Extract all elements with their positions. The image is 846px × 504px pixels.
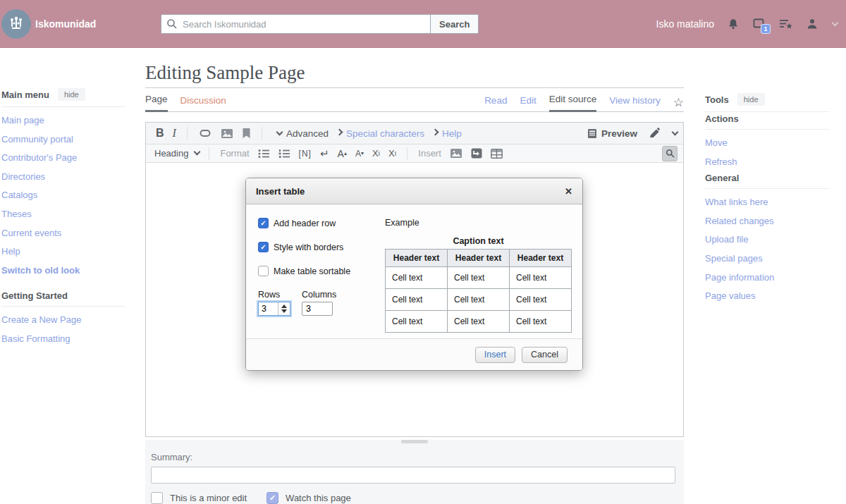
sidebar-item-current-events[interactable]: Current events (1, 224, 125, 243)
resize-handle[interactable] (401, 440, 428, 443)
sidebar-item-contributors-page[interactable]: Contributor's Page (1, 149, 125, 168)
style-with-borders-checkbox[interactable]: ✓ Style with borders (258, 242, 381, 252)
style-with-borders-label: Style with borders (274, 242, 343, 252)
big-text-icon[interactable]: A▴ (333, 145, 351, 162)
superscript-icon[interactable]: XI (368, 145, 384, 162)
make-table-sortable-checkbox[interactable]: Make table sortable (258, 266, 381, 276)
editor-toolbar-secondary: Heading Format [N] (146, 145, 683, 163)
add-header-row-checkbox[interactable]: ✓ Add header row (258, 218, 381, 228)
special-characters-section-toggle[interactable]: Special characters (336, 128, 424, 139)
tools-item-special-pages[interactable]: Special pages (705, 250, 829, 269)
reference-bookmark-icon[interactable] (238, 123, 255, 144)
pencil-switch-editor-icon[interactable] (644, 128, 664, 139)
chevron-right-icon (432, 128, 439, 135)
actions-title: Actions (705, 113, 829, 130)
preview-button[interactable]: Preview (587, 128, 637, 139)
search-button[interactable]: Search (430, 14, 479, 34)
table-cell: Cell text (448, 311, 510, 333)
insert-image-icon[interactable] (446, 145, 467, 162)
main-menu-hide-button[interactable]: hide (58, 88, 85, 101)
minor-edit-checkbox[interactable] (151, 492, 163, 504)
bullet-list-icon[interactable] (254, 145, 274, 162)
checkbox-checked-icon: ✓ (258, 242, 269, 252)
tools-item-upload-file[interactable]: Upload file (705, 231, 829, 250)
subscript-icon[interactable]: XI (384, 145, 400, 162)
small-text-icon[interactable]: A▾ (351, 145, 368, 162)
tab-view-history[interactable]: View history (609, 95, 661, 111)
table-header-cell: Header text (510, 250, 572, 267)
tools-item-what-links-here[interactable]: What links here (705, 193, 829, 212)
notifications-bell-icon[interactable] (727, 18, 740, 30)
sidebar-tools: Tools hide Actions Move Refresh General … (705, 93, 829, 306)
sidebar-item-create-new-page[interactable]: Create a New Page (1, 311, 125, 330)
preview-label: Preview (601, 128, 637, 139)
columns-input[interactable] (302, 302, 333, 316)
help-section-toggle[interactable]: Help (431, 128, 462, 139)
table-cell: Cell text (448, 267, 510, 289)
sidebar-item-switch-old-look[interactable]: Switch to old look (1, 262, 125, 281)
insert-table-icon[interactable] (486, 145, 507, 162)
redirect-icon[interactable] (467, 145, 486, 162)
tab-edit-source[interactable]: Edit source (549, 94, 597, 112)
sidebar-item-main-page[interactable]: Main page (1, 111, 125, 130)
close-icon[interactable]: ✕ (565, 186, 572, 197)
tools-item-page-information[interactable]: Page information (705, 269, 829, 288)
site-logo[interactable] (1, 9, 31, 39)
insert-button[interactable]: Insert (475, 347, 515, 363)
italic-icon[interactable]: I (168, 123, 180, 144)
tools-item-page-values[interactable]: Page values (705, 287, 829, 306)
tools-item-refresh[interactable]: Refresh (705, 153, 829, 172)
tab-discussion[interactable]: Discussion (180, 95, 226, 111)
tab-read[interactable]: Read (484, 95, 507, 111)
stepper-arrows-icon[interactable] (278, 302, 289, 315)
rows-input[interactable] (259, 302, 278, 315)
tab-edit[interactable]: Edit (520, 95, 536, 111)
topbar: Iskomunidad Search Isko matalino (0, 0, 846, 48)
sidebar-item-directories[interactable]: Directories (1, 168, 125, 187)
summary-input[interactable] (151, 467, 675, 484)
example-table-caption: Caption text (385, 236, 572, 246)
add-header-row-label: Add header row (274, 219, 336, 228)
sidebar-item-theses[interactable]: Theses (1, 205, 125, 224)
page-tabs: Page Discussion Read Edit Edit source Vi… (145, 92, 684, 112)
tools-hide-button[interactable]: hide (737, 93, 765, 106)
sidebar-item-catalogs[interactable]: Catalogs (1, 186, 125, 205)
bold-icon[interactable]: B (152, 123, 168, 144)
table-cell: Cell text (510, 267, 572, 289)
table-cell: Cell text (510, 289, 572, 311)
chevron-down-icon (276, 128, 283, 135)
site-name[interactable]: Iskomunidad (35, 18, 96, 30)
columns-label: Columns (302, 290, 336, 300)
notification-badge: 1 (761, 24, 771, 34)
user-menu-icon[interactable] (806, 18, 819, 30)
watchlist-icon[interactable] (779, 18, 793, 30)
tools-item-related-changes[interactable]: Related changes (705, 212, 829, 231)
cancel-button[interactable]: Cancel (522, 347, 568, 363)
numbered-list-icon[interactable] (274, 145, 295, 162)
preview-doc-icon (587, 128, 597, 139)
link-icon[interactable] (194, 123, 216, 144)
tools-item-move[interactable]: Move (705, 134, 829, 153)
sidebar-item-community-portal[interactable]: Community portal (1, 130, 125, 149)
insert-table-dialog: Insert table ✕ ✓ Add header row ✓ Style … (245, 178, 583, 371)
watch-page-checkbox[interactable]: ✓ (266, 492, 278, 504)
sidebar-item-help[interactable]: Help (1, 242, 125, 262)
heading-dropdown[interactable]: Heading (152, 148, 202, 159)
make-table-sortable-label: Make table sortable (274, 266, 350, 276)
tab-page[interactable]: Page (145, 94, 168, 112)
notices-tray-icon[interactable]: 1 (752, 18, 766, 30)
logo-icon (7, 15, 25, 33)
nowiki-icon[interactable]: [N] (295, 145, 316, 162)
advanced-section-toggle[interactable]: Advanced (276, 128, 329, 139)
example-label: Example (385, 218, 572, 228)
special-characters-label: Special characters (346, 128, 424, 139)
image-icon[interactable] (216, 123, 238, 144)
username-link[interactable]: Isko matalino (656, 18, 714, 30)
search-input[interactable] (161, 14, 430, 34)
editor-switch-chevron-icon[interactable] (672, 128, 679, 135)
watch-star-icon[interactable]: ☆ (673, 97, 684, 111)
user-menu-chevron-icon[interactable] (831, 23, 838, 25)
newline-icon[interactable]: ↵ (316, 145, 333, 162)
search-replace-icon[interactable] (662, 146, 678, 161)
sidebar-item-basic-formatting[interactable]: Basic Formatting (1, 330, 125, 349)
